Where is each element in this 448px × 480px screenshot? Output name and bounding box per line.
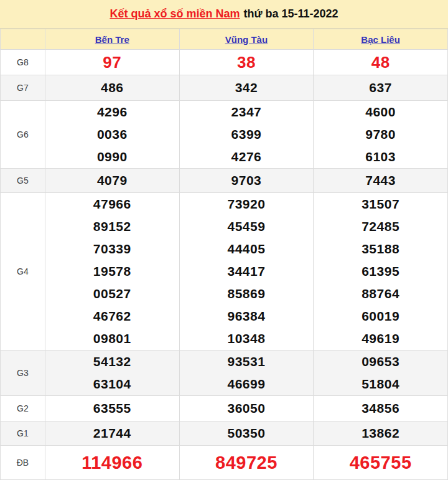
result-number: 4276 [180, 146, 314, 168]
result-number: 2347 [180, 101, 314, 123]
result-cell: 9703 [179, 169, 314, 193]
result-number: 88764 [314, 283, 447, 305]
result-number: 61395 [314, 260, 447, 283]
prize-label: G7 [1, 75, 45, 101]
result-cell: 54132 63104 [45, 351, 179, 396]
result-number: 637 [314, 75, 447, 100]
prize-row-g8: G8 97 38 48 [1, 50, 448, 75]
result-number: 63104 [45, 373, 179, 395]
title-date: thứ ba 15-11-2022 [243, 7, 338, 21]
result-number: 35188 [314, 238, 447, 260]
result-cell: 50350 [179, 421, 314, 446]
prize-label: G8 [1, 50, 45, 75]
result-number: 9780 [314, 123, 447, 146]
province-link-vung-tau[interactable]: Vũng Tàu [225, 34, 268, 45]
result-number: 50350 [180, 421, 314, 445]
result-number: 46762 [45, 305, 179, 327]
title-bar: Kết quả xổ số miền Nam thứ ba 15-11-2022 [0, 0, 448, 29]
result-cell: 73920 45459 44405 34417 85869 96384 1034… [179, 193, 314, 351]
title-link[interactable]: Kết quả xổ số miền Nam [110, 7, 240, 21]
result-number: 342 [180, 75, 314, 100]
result-number: 93531 [180, 351, 314, 373]
result-number: 114966 [45, 446, 179, 479]
result-number: 09653 [314, 351, 447, 373]
result-cell: 4600 9780 6103 [314, 101, 448, 169]
result-number: 19578 [45, 260, 179, 283]
result-cell: 7443 [314, 169, 448, 193]
result-cell: 637 [314, 75, 448, 101]
result-number: 97 [45, 50, 179, 75]
result-cell: 38 [179, 50, 314, 75]
result-number: 45459 [180, 215, 314, 238]
result-cell: 2347 6399 4276 [179, 101, 314, 169]
result-number: 63555 [45, 396, 179, 421]
result-number: 0990 [45, 146, 179, 168]
result-number: 9703 [180, 169, 314, 192]
province-link-bac-lieu[interactable]: Bạc Liêu [361, 34, 400, 45]
result-number: 6399 [180, 123, 314, 146]
prize-label: G5 [1, 169, 45, 193]
result-number: 73920 [180, 193, 314, 215]
result-number: 54132 [45, 351, 179, 373]
result-cell: 849725 [179, 446, 314, 480]
prize-label: G6 [1, 101, 45, 169]
column-header-row: Bến Tre Vũng Tàu Bạc Liêu [1, 29, 448, 50]
result-cell: 63555 [45, 396, 179, 421]
result-number: 21744 [45, 421, 179, 445]
prize-row-g5: G5 4079 9703 7443 [1, 169, 448, 193]
result-number: 49619 [314, 327, 447, 350]
result-number: 10348 [180, 327, 314, 350]
result-cell: 114966 [45, 446, 179, 480]
result-cell: 93531 46699 [179, 351, 314, 396]
corner-cell [1, 29, 45, 50]
result-cell: 4296 0036 0990 [45, 101, 179, 169]
result-number: 44405 [180, 238, 314, 260]
result-number: 89152 [45, 215, 179, 238]
prize-row-g7: G7 486 342 637 [1, 75, 448, 101]
result-number: 0036 [45, 123, 179, 146]
result-cell: 4079 [45, 169, 179, 193]
result-number: 13862 [314, 421, 447, 445]
result-number: 47966 [45, 193, 179, 215]
result-cell: 97 [45, 50, 179, 75]
province-link-ben-tre[interactable]: Bến Tre [95, 34, 129, 45]
result-cell: 21744 [45, 421, 179, 446]
prize-label: ĐB [1, 446, 45, 480]
result-cell: 47966 89152 70339 19578 00527 46762 0980… [45, 193, 179, 351]
result-number: 4296 [45, 101, 179, 123]
result-cell: 13862 [314, 421, 448, 446]
prize-label: G1 [1, 421, 45, 446]
prize-row-g4: G4 47966 89152 70339 19578 00527 46762 0… [1, 193, 448, 351]
result-number: 34856 [314, 396, 447, 421]
prize-label: G3 [1, 351, 45, 396]
result-number: 38 [180, 50, 314, 75]
result-number: 70339 [45, 238, 179, 260]
result-number: 85869 [180, 283, 314, 305]
result-number: 96384 [180, 305, 314, 327]
result-cell: 36050 [179, 396, 314, 421]
result-number: 09801 [45, 327, 179, 350]
result-number: 6103 [314, 146, 447, 168]
prize-label: G4 [1, 193, 45, 351]
result-cell: 31507 72485 35188 61395 88764 60019 4961… [314, 193, 448, 351]
result-cell: 34856 [314, 396, 448, 421]
result-number: 60019 [314, 305, 447, 327]
result-number: 465755 [314, 446, 447, 479]
prize-row-g1: G1 21744 50350 13862 [1, 421, 448, 446]
result-number: 31507 [314, 193, 447, 215]
result-number: 849725 [180, 446, 314, 479]
prize-row-db: ĐB 114966 849725 465755 [1, 446, 448, 480]
result-number: 486 [45, 75, 179, 100]
prize-row-g3: G3 54132 63104 93531 46699 09653 51804 [1, 351, 448, 396]
result-number: 46699 [180, 373, 314, 395]
prize-row-g2: G2 63555 36050 34856 [1, 396, 448, 421]
result-number: 4079 [45, 169, 179, 192]
result-number: 34417 [180, 260, 314, 283]
result-number: 48 [314, 50, 447, 75]
result-cell: 09653 51804 [314, 351, 448, 396]
result-number: 36050 [180, 396, 314, 421]
prize-label: G2 [1, 396, 45, 421]
result-number: 51804 [314, 373, 447, 395]
prize-row-g6: G6 4296 0036 0990 2347 6399 4276 4600 97… [1, 101, 448, 169]
result-number: 7443 [314, 169, 447, 192]
